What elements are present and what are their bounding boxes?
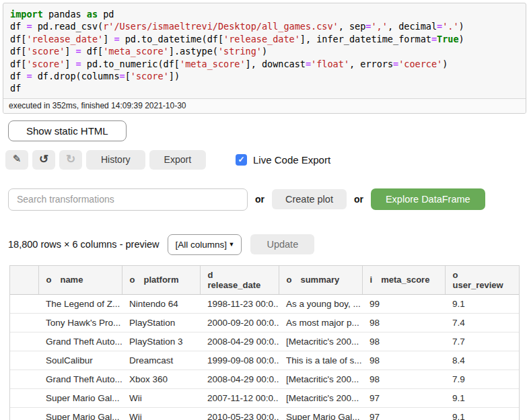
column-label: platform (143, 275, 178, 285)
code-line: df = pd.read_csv(r'/Users/ismaeltrevi/De… (10, 20, 519, 32)
code-line: df['score'] = pd.to_numeric(df['meta_sco… (10, 58, 519, 70)
checkbox-label: Live Code Export (253, 154, 330, 166)
table-cell: Super Mario Gal... (38, 388, 122, 407)
table-cell: 98 (362, 313, 445, 332)
table-cell: 9.1 (445, 407, 519, 420)
columns-select-dropdown[interactable]: [All columns] ▼ (168, 234, 242, 255)
table-cell: As a young boy, ... (279, 294, 362, 313)
table-cell: PlayStation 3 (122, 332, 200, 351)
dtype-badge: o (453, 270, 458, 280)
index-cell (10, 351, 38, 370)
table-cell: The Legend of Z... (38, 294, 122, 313)
table-cell: PlayStation (122, 313, 200, 332)
table-cell: 2000-09-20 00:0... (200, 313, 279, 332)
table-cell: Wii (122, 388, 200, 407)
column-header-release_date[interactable]: drelease_date (200, 266, 279, 295)
table-cell: 97 (362, 388, 445, 407)
table-cell: 7.4 (445, 313, 519, 332)
table-row[interactable]: The Legend of Z...Nintendo 641998-11-23 … (10, 294, 519, 313)
table-row[interactable]: Tony Hawk's Pro...PlayStation2000-09-20 … (10, 313, 519, 332)
execution-status: executed in 352ms, finished 14:09:39 202… (3, 98, 526, 113)
column-label: summary (300, 275, 339, 285)
index-cell (10, 294, 38, 313)
table-cell: [Metacritic's 200... (279, 388, 362, 407)
table-cell: 9.1 (445, 388, 519, 407)
code-line: df['release_date'] = pd.to_datetime(df['… (10, 33, 519, 45)
code-line: df['score'] = df['meta_score'].astype('s… (10, 45, 519, 57)
index-cell (10, 370, 38, 388)
column-label: name (60, 275, 83, 285)
column-header-platform[interactable]: oplatform (122, 266, 200, 295)
table-cell: Dreamcast (122, 351, 200, 370)
dataframe-preview-table: onameoplatformdrelease_dateosummaryimeta… (9, 265, 520, 420)
code-cell: import pandas as pddf = pd.read_csv(r'/U… (3, 3, 526, 114)
preview-bar: 18,800 rows × 6 columns - preview [All c… (8, 234, 529, 255)
column-header-summary[interactable]: osummary (279, 266, 362, 295)
table-row[interactable]: Grand Theft Auto...PlayStation 32008-04-… (10, 332, 519, 351)
index-cell (10, 407, 38, 420)
checkbox-checked-icon: ✓ (236, 154, 247, 166)
table-cell: This is a tale of s... (279, 351, 362, 370)
table-cell: Grand Theft Auto... (38, 370, 122, 388)
code-line: df (10, 82, 519, 94)
table-header-row: onameoplatformdrelease_dateosummaryimeta… (10, 266, 519, 295)
table-cell: [Metacritic's 200... (279, 370, 362, 388)
toolbar: ✎ ↺ ↻ History Export ✓ Live Code Export (5, 150, 529, 170)
column-label: release_date (208, 280, 261, 290)
index-column-header (10, 266, 38, 295)
redo-icon: ↻ (66, 152, 75, 166)
column-header-meta_score[interactable]: imeta_score (362, 266, 445, 295)
redo-button[interactable]: ↻ (59, 150, 82, 170)
table-cell: 1998-11-23 00:0... (200, 294, 279, 313)
table-cell: 2007-11-12 00:0... (200, 388, 279, 407)
column-header-user_review[interactable]: ouser_review (445, 266, 519, 295)
table-cell: Tony Hawk's Pro... (38, 313, 122, 332)
table-cell: 2008-04-29 00:0... (200, 370, 279, 388)
update-button[interactable]: Update (250, 234, 314, 254)
table-cell: 98 (362, 332, 445, 351)
table-cell: 98 (362, 370, 445, 388)
table-row[interactable]: Grand Theft Auto...Xbox 3602008-04-29 00… (10, 370, 519, 388)
table-cell: 9.1 (445, 294, 519, 313)
table-cell: 98 (362, 351, 445, 370)
dtype-badge: d (208, 270, 213, 280)
undo-icon: ↺ (39, 152, 48, 166)
table-cell: Xbox 360 (122, 370, 200, 388)
or-label: or (354, 194, 363, 205)
chevron-down-icon: ▼ (229, 241, 235, 248)
index-cell (10, 332, 38, 351)
table-cell: [Metacritic's 200... (279, 332, 362, 351)
live-code-export-checkbox[interactable]: ✓ Live Code Export (236, 154, 330, 166)
code-editor[interactable]: import pandas as pddf = pd.read_csv(r'/U… (3, 3, 526, 98)
dtype-badge: o (287, 275, 292, 285)
table-row[interactable]: Super Mario Gal...Wii2010-05-23 00:0...S… (10, 407, 519, 420)
export-button[interactable]: Export (149, 150, 206, 170)
column-label: user_review (453, 280, 503, 290)
edit-code-button[interactable]: ✎ (5, 150, 28, 170)
table-cell: 8.4 (445, 351, 519, 370)
table-cell: 1999-09-08 00:0... (200, 351, 279, 370)
dataframe-shape-summary: 18,800 rows × 6 columns - preview (8, 239, 159, 250)
table-cell: 2010-05-23 00:0... (200, 407, 279, 420)
create-plot-button[interactable]: Create plot (272, 189, 347, 209)
or-label: or (255, 194, 264, 205)
column-header-name[interactable]: oname (38, 266, 122, 295)
dtype-badge: o (130, 275, 135, 285)
table-cell: 7.9 (445, 370, 519, 388)
explore-dataframe-button[interactable]: Explore DataFrame (371, 188, 485, 210)
undo-button[interactable]: ↺ (32, 150, 55, 170)
show-static-html-button[interactable]: Show static HTML (8, 120, 127, 141)
table-cell: Super Mario Gal... (38, 407, 122, 420)
table-cell: Wii (122, 407, 200, 420)
search-transformations-input[interactable] (8, 188, 248, 211)
history-button[interactable]: History (86, 150, 145, 170)
index-cell (10, 388, 38, 407)
table-row[interactable]: SoulCaliburDreamcast1999-09-08 00:0...Th… (10, 351, 519, 370)
table-cell: 99 (362, 294, 445, 313)
table-cell: 97 (362, 407, 445, 420)
table-row[interactable]: Super Mario Gal...Wii2007-11-12 00:0...[… (10, 388, 519, 407)
dtype-badge: o (46, 275, 52, 285)
dtype-badge: i (370, 275, 373, 285)
columns-select-value: [All columns] (175, 240, 227, 250)
transformation-bar: or Create plot or Explore DataFrame (8, 188, 529, 211)
